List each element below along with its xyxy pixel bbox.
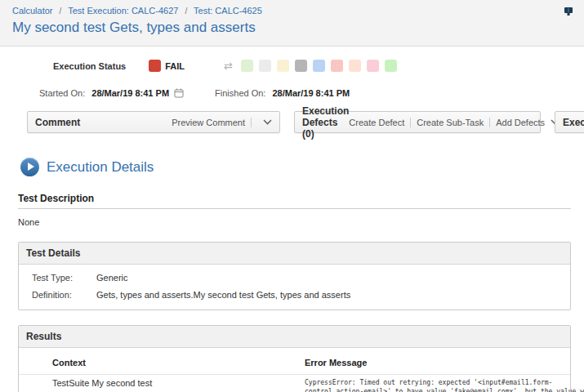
status-color-swatch[interactable]: [331, 60, 343, 72]
execution-status-value: FAIL: [165, 61, 185, 71]
test-description-value: None: [18, 217, 571, 227]
status-color-swatch[interactable]: [295, 60, 307, 72]
status-transition-icon[interactable]: ⇄: [224, 60, 233, 72]
status-color-swatch[interactable]: [349, 60, 361, 72]
create-sub-task-button[interactable]: Create Sub-Task: [417, 118, 484, 127]
page-title: My second test Gets, types and asserts: [12, 20, 572, 36]
breadcrumb-link-test[interactable]: Test: CALC-4625: [194, 6, 262, 16]
finished-on-label: Finished On:: [215, 88, 265, 98]
status-color-swatch[interactable]: [259, 60, 271, 72]
test-details-heading: Test Details: [19, 243, 570, 265]
execution-status-label: Execution Status: [53, 61, 126, 71]
error-message-cell: CypressError: Timed out retrying: expect…: [305, 378, 584, 392]
results-table-header: Context Error Message: [19, 354, 570, 374]
add-defects-button[interactable]: Add Defects: [496, 118, 545, 127]
status-palette: [241, 60, 397, 72]
status-color-swatch[interactable]: [277, 60, 289, 72]
test-type-row: Test Type: Generic: [32, 273, 570, 283]
breadcrumb: Calculator / Test Execution: CALC-4627 /…: [12, 6, 572, 16]
execution-details-heading: Execution Details: [47, 159, 154, 176]
results-panel: Results Context Error Message TestSuite …: [18, 325, 571, 392]
status-color-swatch[interactable]: [313, 60, 325, 72]
started-on-value: 28/Mar/19 8:41 PM: [91, 88, 169, 98]
breadcrumb-link-project[interactable]: Calculator: [12, 6, 53, 16]
definition-row: Definition: Gets, types and asserts.My s…: [32, 290, 570, 300]
execution-evidence-panel-header: Execution: [555, 111, 584, 133]
breadcrumb-separator: /: [60, 7, 62, 16]
preview-comment-button[interactable]: Preview Comment: [172, 118, 245, 127]
divider: [410, 118, 411, 127]
execution-defects-panel-header: Execution Defects (0) Create Defect Crea…: [294, 111, 541, 133]
finished-on-value: 28/Mar/19 8:41 PM: [272, 88, 350, 98]
create-defect-button[interactable]: Create Defect: [349, 118, 404, 127]
panel-bars-row: Comment Preview Comment Execution Defect…: [27, 111, 584, 133]
status-color-swatch[interactable]: [367, 60, 379, 72]
results-table: Context Error Message TestSuite My secon…: [19, 354, 570, 392]
status-color-swatch[interactable]: [385, 60, 397, 72]
test-type-value: Generic: [96, 273, 128, 283]
divider: [489, 118, 490, 127]
status-color-swatch[interactable]: [241, 60, 253, 72]
table-row: TestSuite My second test CypressError: T…: [19, 374, 570, 392]
definition-value: Gets, types and asserts.My second test G…: [96, 290, 350, 300]
test-type-label: Test Type:: [32, 273, 96, 283]
breadcrumb-link-test-execution[interactable]: Test Execution: CALC-4627: [68, 6, 178, 16]
execution-defects-title: Execution Defects (0): [302, 105, 349, 140]
divider: [251, 118, 252, 127]
status-fail-swatch[interactable]: [149, 60, 161, 72]
test-details-panel: Test Details Test Type: Generic Definiti…: [18, 242, 571, 310]
execution-status-row: Execution Status FAIL ⇄: [53, 60, 584, 72]
pin-icon[interactable]: [564, 7, 573, 17]
execution-evidence-title: Execution: [563, 117, 584, 128]
page-header: Calculator / Test Execution: CALC-4627 /…: [0, 0, 584, 47]
context-cell: TestSuite My second test: [19, 378, 305, 392]
execution-details-heading-row: Execution Details: [20, 158, 584, 176]
dates-row: Started On: 28/Mar/19 8:41 PM Finished O…: [39, 88, 584, 98]
chevron-down-icon[interactable]: [263, 119, 272, 125]
context-column-header: Context: [19, 358, 305, 368]
calendar-icon[interactable]: [174, 88, 184, 98]
error-message-column-header: Error Message: [305, 358, 570, 368]
test-description-heading: Test Description: [18, 193, 571, 209]
started-on-label: Started On:: [39, 88, 85, 98]
breadcrumb-separator: /: [185, 7, 187, 16]
results-heading: Results: [19, 326, 570, 348]
comment-panel-header: Comment Preview Comment: [27, 111, 280, 133]
comment-panel-title: Comment: [35, 117, 80, 128]
play-icon: [20, 158, 39, 176]
definition-label: Definition:: [32, 290, 96, 300]
